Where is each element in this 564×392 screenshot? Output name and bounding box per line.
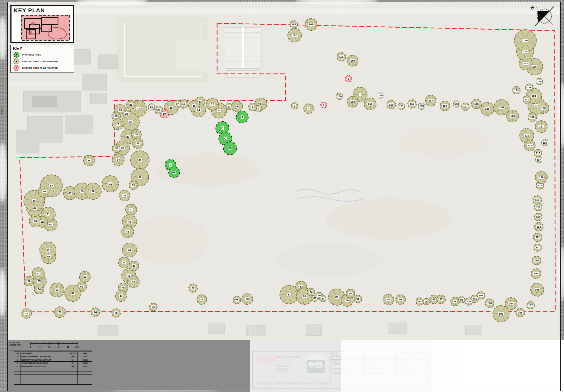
tree-label: 44 — [122, 261, 126, 264]
tree-label: 96 — [432, 298, 436, 301]
divider — [428, 367, 557, 367]
tree-label: 61 — [46, 213, 50, 216]
tree-label: 100 — [466, 300, 472, 303]
client-logo: KA PAI CARTERTON — [307, 354, 325, 373]
tree-label: 42 — [125, 230, 130, 233]
client-logo-line2: CARTERTON — [307, 366, 325, 373]
tree-label: 37 — [138, 176, 142, 179]
svg-text:47: 47 — [120, 294, 123, 297]
tree-label: 108 — [534, 288, 540, 291]
tree-label: 62 — [40, 220, 44, 223]
revision-row — [14, 371, 92, 375]
svg-text:98: 98 — [454, 300, 457, 303]
tree-label: 89 — [345, 299, 349, 302]
svg-text:9: 9 — [236, 105, 238, 108]
svg-text:20: 20 — [157, 108, 160, 111]
svg-text:95: 95 — [425, 300, 428, 303]
tree-label: 47 — [119, 294, 123, 298]
svg-text:92: 92 — [387, 298, 390, 301]
svg-text:29: 29 — [126, 135, 130, 138]
tree-label: 81 — [287, 293, 291, 296]
tree-label: 26 — [124, 112, 129, 115]
svg-text:27: 27 — [129, 120, 132, 123]
tree-label: 14 — [196, 108, 201, 112]
svg-text:144: 144 — [499, 106, 504, 109]
svg-text:14: 14 — [197, 108, 200, 111]
address-line: PO Box 5848 — [275, 365, 300, 367]
svg-text:42: 42 — [126, 230, 129, 233]
svg-text:17: 17 — [176, 102, 179, 105]
svg-text:52: 52 — [71, 292, 74, 295]
tree-label: 71 — [108, 182, 113, 185]
tree-label: 25 — [114, 115, 118, 118]
legend-item-retained: EXISTING TREE TO BE RETAINED — [13, 58, 71, 65]
tree-label: 120 — [540, 106, 546, 110]
svg-text:15: 15 — [193, 104, 196, 107]
tree-label: 4 — [307, 107, 310, 110]
legend-label: EXISTING TREE TO BE REMOVED — [22, 67, 58, 69]
divider — [10, 350, 92, 350]
tree-label: 9 — [236, 105, 239, 108]
svg-text:100: 100 — [467, 300, 471, 303]
tree-label: 150 — [388, 103, 394, 106]
tree-label: 129 — [522, 39, 528, 42]
svg-text:0: 0 — [30, 346, 31, 348]
svg-text:33: 33 — [115, 147, 118, 150]
project-field: PROJECT CARRINGTON PARK MULTI-GENERATION… — [428, 352, 557, 365]
tree-label: 114 — [535, 215, 541, 219]
tree-label: 153 — [419, 104, 425, 108]
svg-text:93: 93 — [399, 298, 402, 301]
tree-label: 53 — [55, 288, 59, 292]
tree-label: 52 — [71, 292, 75, 295]
svg-text:67: 67 — [50, 184, 53, 187]
svg-text:6: 6 — [260, 102, 261, 105]
svg-text:80: 80 — [246, 297, 249, 300]
tree-label: 106 — [517, 311, 523, 314]
svg-text:87: 87 — [321, 297, 324, 300]
svg-text:103: 103 — [487, 301, 492, 304]
svg-text:153: 153 — [419, 104, 424, 108]
svg-text:125: 125 — [537, 80, 542, 83]
tree-label: 122 — [527, 144, 533, 147]
svg-text:61: 61 — [47, 213, 50, 216]
tree-label: 112 — [535, 236, 541, 239]
office-details: Auckland Office +64 9 355 9500 PO Box 58… — [275, 355, 300, 373]
svg-text:10: 10 — [228, 105, 231, 108]
svg-text:160: 160 — [337, 95, 342, 98]
project-stage: DETAILED DESIGN — [330, 380, 427, 387]
svg-text:21: 21 — [150, 105, 153, 108]
tree-label: 95 — [424, 300, 428, 303]
svg-text:116: 116 — [535, 198, 539, 201]
tree-label: 23 — [129, 103, 133, 106]
divider — [255, 379, 328, 379]
title-band: 1:500 @A1 1:1000 @A3 0510152025m REVAMEN… — [8, 340, 560, 390]
svg-text:122: 122 — [528, 144, 532, 147]
svg-text:32: 32 — [121, 146, 124, 149]
svg-text:107: 107 — [528, 304, 533, 307]
legend-title: KEY — [13, 46, 71, 51]
drawing-control-block: SCALE 1:500 @ A1 ORIGINAL SIZE A1 DRAWN … — [330, 351, 428, 389]
svg-text:96: 96 — [433, 298, 436, 301]
svg-text:121: 121 — [525, 134, 529, 137]
tree-label: 51 — [79, 285, 84, 288]
svg-text:157: 157 — [428, 99, 433, 102]
svg-text:24: 24 — [119, 109, 122, 112]
tree-label: 134 — [537, 184, 543, 187]
revision-row — [14, 375, 92, 378]
tree-label: 118 — [535, 152, 541, 155]
svg-text:86: 86 — [318, 294, 321, 297]
tree-label: 85 — [313, 297, 317, 300]
tree-label: 152 — [409, 102, 415, 106]
svg-text:90: 90 — [349, 292, 352, 295]
tree-label: 1 — [359, 93, 362, 96]
tree-label: 76 — [151, 305, 156, 309]
svg-text:53: 53 — [56, 288, 59, 291]
tree-label: 105 — [498, 312, 504, 315]
scan-artifact — [559, 82, 564, 148]
tree-label: 91 — [356, 297, 360, 301]
tree-label: 115 — [535, 205, 541, 209]
svg-text:145: 145 — [485, 107, 490, 110]
tree-label: 77 — [191, 286, 195, 290]
svg-text:129: 129 — [523, 39, 528, 42]
tree-label: 24 — [118, 109, 123, 112]
